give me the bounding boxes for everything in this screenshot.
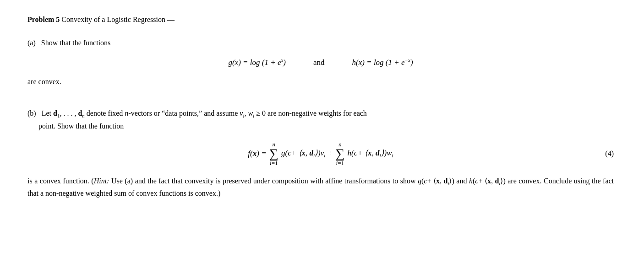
sum-2-symbol: ∑ — [335, 147, 344, 160]
equation-gh: g(x) = log (1 + ex) and h(x) = log (1 + … — [27, 56, 614, 69]
and-text: and — [313, 56, 325, 69]
fx-term1: g(c+ ⟨x, di⟩)vi + — [279, 147, 335, 160]
sum-1: n ∑ i=1 — [269, 141, 278, 166]
part-a-text-content: Show that the functions — [41, 39, 111, 47]
part-a: (a) Show that the functions g(x) = log (… — [27, 37, 614, 87]
func-g: g(x) = log (1 + ex) — [228, 56, 286, 69]
problem-container: Problem 5 Convexity of a Logistic Regres… — [27, 14, 614, 199]
are-convex-text: are convex. — [27, 76, 614, 88]
hint-intro: is a convex function. (Hint: Use (a) and… — [27, 177, 614, 198]
equation-fx: f(x) = n ∑ i=1 g(c+ ⟨x, di⟩)vi + n ∑ i=1… — [27, 141, 614, 166]
equation-number: (4) — [605, 148, 614, 160]
sum-2: n ∑ i=1 — [335, 141, 344, 166]
part-a-label: (a) — [27, 39, 39, 47]
hint-paragraph: is a convex function. (Hint: Use (a) and… — [27, 175, 614, 199]
sum-2-bottom: i=1 — [336, 160, 344, 166]
part-b-content-2: point. Show that the function — [27, 122, 124, 130]
part-b: (b) Let d1, . . . , dn denote fixed n-ve… — [27, 107, 614, 199]
sum-1-symbol: ∑ — [269, 147, 278, 160]
sum-1-bottom: i=1 — [270, 160, 278, 166]
problem-subtitle: Convexity of a Logistic Regression — — [61, 16, 175, 23]
problem-number: Problem 5 — [27, 16, 60, 23]
part-b-label: (b) — [27, 109, 40, 117]
func-h: h(x) = log (1 + e−x) — [352, 56, 413, 69]
problem-title: Problem 5 Convexity of a Logistic Regres… — [27, 14, 614, 26]
fx-term2: h(c+ ⟨x, di⟩)wi — [345, 147, 393, 160]
fx-lhs: f(x) = — [248, 147, 268, 160]
part-a-intro: (a) Show that the functions — [27, 37, 614, 49]
part-b-intro: (b) Let d1, . . . , dn denote fixed n-ve… — [27, 107, 614, 132]
part-b-content: Let d1, . . . , dn denote fixed n-vector… — [42, 109, 367, 117]
